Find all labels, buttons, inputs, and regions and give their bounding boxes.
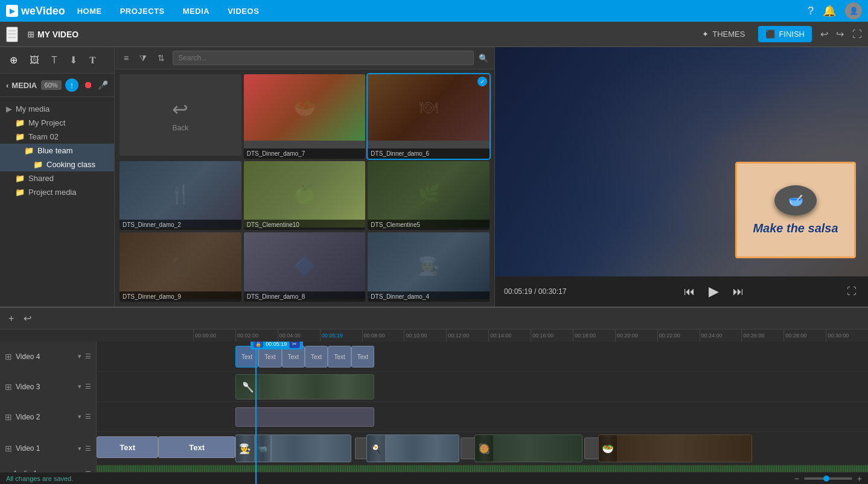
track-label-video4: ⊞ Video 4 ▾ ☰ bbox=[0, 342, 97, 371]
track-chevron-video3[interactable]: ▾ bbox=[78, 383, 81, 390]
sidebar-item-my-media[interactable]: ▶ My media bbox=[0, 102, 114, 116]
skip-forward-button[interactable]: ⏭ bbox=[730, 283, 746, 301]
add-media-button[interactable]: ⊕ bbox=[6, 52, 21, 68]
media-header: ‹ MEDIA 60% ↑ ⏺ 🎤 bbox=[0, 74, 114, 97]
thumb-label-dinner4: DTS_Dinner_damo_4 bbox=[368, 291, 490, 302]
media-thumb-dinner4[interactable]: 👨‍🍳 DTS_Dinner_damo_4 bbox=[368, 232, 490, 302]
timeline-zoom-control: − + bbox=[794, 474, 862, 483]
text-clip-label-4: Text bbox=[311, 354, 322, 360]
nav-videos[interactable]: VIDEOS bbox=[228, 7, 259, 16]
upload-button[interactable]: ↑ bbox=[65, 78, 78, 92]
video-clip-video1-main[interactable]: 👨‍🍳 📹 bbox=[235, 435, 351, 462]
thumb-img-dinner6: 🍽 bbox=[368, 74, 490, 141]
media-thumb-dinner6[interactable]: 🍽 DTS_Dinner_damo_6 ✓ bbox=[368, 74, 490, 159]
video1-text-item-2[interactable]: Text bbox=[158, 436, 235, 458]
media-thumb-clem10[interactable]: 🍏 DTS_Clementine10 bbox=[244, 161, 366, 231]
track-menu-video3[interactable]: ☰ bbox=[85, 383, 91, 390]
zoom-thumb bbox=[823, 476, 829, 482]
track-chevron-video2[interactable]: ▾ bbox=[78, 413, 81, 421]
thumb-img-clem10: 🍏 bbox=[244, 161, 366, 228]
media-back-button[interactable]: ↩ Back bbox=[120, 74, 241, 156]
selection-indicator: ✓ bbox=[477, 77, 487, 86]
nav-projects[interactable]: PROJECTS bbox=[120, 7, 165, 16]
folder-icon-my-project: 📁 bbox=[15, 118, 25, 127]
notifications-icon[interactable]: 🔔 bbox=[823, 4, 836, 18]
image-tool-button[interactable]: 🖼 bbox=[26, 53, 43, 68]
sort-button[interactable]: ⇅ bbox=[155, 51, 168, 65]
media-thumb-clem5[interactable]: 🌿 DTS_Clementine5 bbox=[368, 161, 490, 231]
upper-split: ⊕ 🖼 T ⬇ 𝐓 ‹ MEDIA 60% ↑ ⏺ 🎤 bbox=[0, 47, 868, 307]
text-clip-5[interactable]: Text bbox=[328, 346, 351, 368]
finish-button[interactable]: ⬛ FINISH bbox=[758, 26, 812, 42]
video-clip-video1-3[interactable]: 🥘 bbox=[474, 435, 582, 462]
zoom-slider[interactable] bbox=[804, 477, 852, 480]
filter-button[interactable]: ⧩ bbox=[136, 51, 150, 65]
undo-button[interactable]: ↩ bbox=[818, 26, 831, 42]
video-clip-video1-2[interactable]: 🍳 bbox=[366, 435, 459, 462]
redo-button[interactable]: ↪ bbox=[834, 26, 846, 42]
sidebar-item-my-project[interactable]: 📁 My Project bbox=[0, 116, 114, 130]
video1-text-item-1[interactable]: Text bbox=[97, 436, 158, 458]
sidebar-item-team02[interactable]: 📁 Team 02 bbox=[0, 130, 114, 144]
media-chevron-left[interactable]: ‹ bbox=[6, 81, 8, 90]
preview-fullscreen-button[interactable]: ⛶ bbox=[844, 284, 859, 299]
track-row-video3: ⊞ Video 3 ▾ ☰ 🥄 bbox=[0, 372, 868, 402]
zoom-out-button[interactable]: − bbox=[794, 474, 799, 483]
main-navigation: HOME PROJECTS MEDIA VIDEOS bbox=[77, 7, 796, 16]
media-thumb-dinner2[interactable]: 🍴 DTS_Dinner_damo_2 bbox=[120, 161, 241, 231]
ruler-mark-7: 00:14:00 bbox=[488, 330, 531, 342]
media-title-label: MEDIA bbox=[11, 81, 37, 90]
track-menu-video4[interactable]: ☰ bbox=[85, 352, 91, 360]
sidebar-tree: ▶ My media 📁 My Project 📁 Team 02 📁 Blue… bbox=[0, 97, 114, 307]
text-tool-button[interactable]: T bbox=[48, 53, 61, 68]
nav-home[interactable]: HOME bbox=[77, 7, 102, 16]
track-chevron-video4[interactable]: ▾ bbox=[78, 352, 81, 360]
export-tool-button[interactable]: ⬇ bbox=[66, 52, 81, 68]
hamburger-menu-button[interactable]: ☰ bbox=[6, 27, 18, 42]
search-submit-button[interactable]: 🔍 bbox=[479, 54, 488, 63]
record-button[interactable]: ⏺ bbox=[83, 80, 93, 91]
media-thumb-dinner9[interactable]: ⚫ DTS_Dinner_damo_9 bbox=[120, 232, 241, 302]
play-pause-button[interactable]: ▶ bbox=[706, 281, 721, 302]
preview-video: 🥣 Make the salsa bbox=[495, 47, 868, 276]
video-clip-video1-4[interactable]: 🥗 bbox=[598, 435, 753, 462]
skip-back-button[interactable]: ⏮ bbox=[681, 283, 697, 301]
media-search-input[interactable] bbox=[173, 51, 474, 65]
undo-timeline-button[interactable]: ↩ bbox=[21, 310, 34, 326]
playhead-time: 00:05:19 bbox=[266, 342, 287, 347]
zoom-badge[interactable]: 60% bbox=[41, 80, 62, 90]
help-icon[interactable]: ? bbox=[808, 5, 814, 18]
ruler-mark-2: 00:04:00 bbox=[278, 330, 320, 342]
project-title-area: ⊞ MY VIDEO bbox=[27, 30, 78, 39]
nav-media[interactable]: MEDIA bbox=[183, 7, 209, 16]
track-menu-video1[interactable]: ☰ bbox=[85, 445, 91, 453]
text-clip-4[interactable]: Text bbox=[305, 346, 328, 368]
folder-icon-cooking-class: 📁 bbox=[33, 160, 43, 169]
track-menu-video2[interactable]: ☰ bbox=[85, 413, 91, 421]
sidebar-item-cooking-class[interactable]: 📁 Cooking class bbox=[0, 158, 114, 171]
fullscreen-button[interactable]: ⛶ bbox=[852, 29, 862, 40]
nav-icons: ? 🔔 👤 bbox=[808, 2, 862, 19]
microphone-button[interactable]: 🎤 bbox=[98, 80, 108, 90]
sidebar-item-blue-team[interactable]: 📁 Blue team bbox=[0, 144, 114, 158]
add-track-button[interactable]: + bbox=[6, 311, 16, 326]
themes-icon: ✦ bbox=[702, 30, 709, 39]
zoom-in-button[interactable]: + bbox=[857, 474, 862, 483]
themes-button[interactable]: ✦ THEMES bbox=[695, 26, 752, 42]
media-grid-toolbar: ≡ ⧩ ⇅ 🔍 bbox=[115, 47, 494, 69]
thumb-label-clem5: DTS_Clementine5 bbox=[368, 220, 490, 230]
sidebar-item-shared[interactable]: 📁 Shared bbox=[0, 171, 114, 185]
media-thumb-dinner8[interactable]: 🔷 DTS_Dinner_damo_8 ⋮ bbox=[244, 232, 366, 302]
sidebar-item-project-media[interactable]: 📁 Project media bbox=[0, 185, 114, 199]
text2-tool-button[interactable]: 𝐓 bbox=[86, 53, 100, 68]
user-avatar[interactable]: 👤 bbox=[845, 2, 862, 19]
list-view-button[interactable]: ≡ bbox=[121, 51, 132, 65]
salsa-text-label: Make the salsa bbox=[753, 221, 838, 235]
logo[interactable]: ▶ weVideo bbox=[6, 5, 65, 18]
playhead[interactable]: 🔒 00:05:19 ✂ bbox=[255, 342, 257, 484]
media-title-area: ‹ MEDIA bbox=[6, 81, 37, 90]
track-chevron-video1[interactable]: ▾ bbox=[78, 445, 81, 453]
logo-play-icon: ▶ bbox=[6, 5, 18, 17]
text-clip-6[interactable]: Text bbox=[351, 346, 374, 368]
media-thumb-dinner7[interactable]: 🥗 DTS_Dinner_damo_7 bbox=[244, 74, 366, 159]
